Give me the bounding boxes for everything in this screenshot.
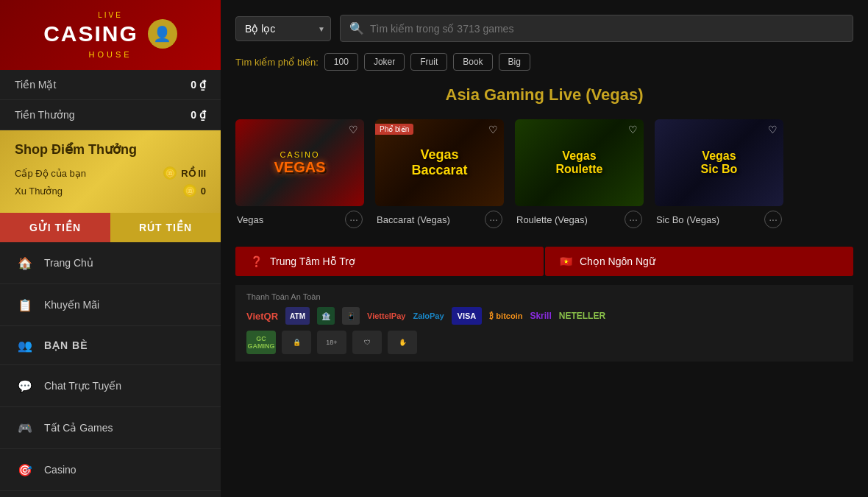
sicbo-name-row: Sic Bo (Vegas) ··· [655,211,783,228]
level-coin-icon: 🪙 [163,166,177,180]
tag-100[interactable]: 100 [324,53,358,71]
section-title: Asia Gaming Live (Vegas) [235,85,853,105]
game-card-sicbo[interactable]: VegasSic Bo ♡ Sic Bo (Vegas) ··· [655,119,783,228]
logo-area: LIVE CASING 👤 HOUSE [0,0,221,70]
rut-tien-button[interactable]: RÚT TIỀN [110,213,221,242]
logo-bank: 🏦 [317,307,335,325]
game-card-roulette[interactable]: VegasRoulette ♡ Roulette (Vegas) ··· [515,119,644,228]
support-button[interactable]: ❓ Trung Tâm Hỗ Trợ [235,247,544,276]
shop-level-value: 🪙 RỒ III [163,166,206,180]
favorite-roulette[interactable]: ♡ [628,124,638,135]
action-buttons: GỬI TIỀN RÚT TIỀN [0,213,221,242]
bonus-label: Tiền Thưởng [15,109,74,121]
shop-level-row: Cấp Độ của bạn 🪙 RỒ III [15,166,206,180]
nav-section-ban-be: 👥 BẠN BÈ [0,326,221,365]
language-label: Chọn Ngôn Ngữ [580,255,655,267]
support-icon: ❓ [250,255,263,267]
bonus-balance-row: Tiền Thưởng 0 ₫ [0,100,221,130]
gc-lock-badge: 🔒 [282,331,311,354]
game-card-baccarat[interactable]: Phổ biến VegasBaccarat ♡ Baccarat (Vegas… [375,119,504,228]
shop-points-label: Xu Thưởng [15,186,63,197]
search-input[interactable] [370,23,844,35]
bonus-value: 0 ₫ [191,109,206,121]
sidebar-item-khuyen-mai[interactable]: 📋 Khuyến Mãi [0,284,221,326]
nav-label-tat-ca-games: Tất Cả Games [44,422,113,434]
shop-points-value: 🪙 0 [183,184,206,197]
gc-badges: GCGAMING 🔒 18+ 🛡 ✋ [246,331,842,354]
logo-top: LIVE [43,11,177,19]
all-games-icon: 🎮 [15,417,35,438]
favorite-baccarat[interactable]: ♡ [488,124,498,135]
tag-book[interactable]: Book [453,53,492,71]
sicbo-name: Sic Bo (Vegas) [656,214,719,225]
sidebar-item-casino[interactable]: 🎯 Casino [0,449,221,491]
shop-level-label: Cấp Độ của bạn [15,168,86,179]
game-card-vegas[interactable]: CASINO VEGAS ♡ Vegas ··· [235,119,364,228]
logo-sms: 📱 [342,307,360,325]
sidebar-item-trang-chu[interactable]: 🏠 Trang Chủ [0,242,221,284]
gc-18plus-badge: 18+ [317,331,346,354]
support-label: Trung Tâm Hỗ Trợ [270,255,355,267]
chat-icon: 💬 [15,376,35,396]
payment-label: Thanh Toán An Toàn [246,292,842,301]
gui-tien-button[interactable]: GỬI TIỀN [0,213,110,242]
payment-section: Thanh Toán An Toàn VietQR ATM 🏦 📱 Viette… [235,285,853,362]
sidebar-item-tat-ca-games[interactable]: 🎮 Tất Cả Games [0,407,221,449]
logo-viettel: ViettelPay [367,307,405,325]
vegas-thumb-text: CASINO VEGAS [274,150,325,176]
popular-section: Tìm kiếm phổ biến: 100 Joker Fruit Book … [235,53,853,71]
sidebar-item-chat[interactable]: 💬 Chat Trực Tuyến [0,365,221,407]
favorite-sicbo[interactable]: ♡ [768,124,778,135]
search-icon: 🔍 [349,21,364,35]
nav-label-chat: Chat Trực Tuyến [44,380,121,392]
filter-bar: Bộ lọc 🔍 [235,15,853,42]
popular-label: Tìm kiếm phổ biến: [235,57,319,68]
logo-sub: HOUSE [43,50,177,59]
home-icon: 🏠 [15,253,35,273]
gc-shield-badge: 🛡 [352,331,382,354]
sidebar-item-game-bai[interactable]: 🃏 Game Bài [0,491,221,497]
nav-label-trang-chu: Trang Chủ [44,257,93,269]
favorite-vegas[interactable]: ♡ [349,124,358,135]
flag-icon: 🇻🇳 [560,255,572,267]
logo-bitcoin: ₿ bitcoin [489,307,522,325]
roulette-name: Roulette (Vegas) [516,214,588,225]
logo-atm: ATM [285,307,310,325]
logo-visa: VISA [452,307,483,325]
nav-label-khuyen-mai: Khuyến Mãi [44,299,99,311]
gc-hand-badge: ✋ [388,331,417,354]
nav-label-casino: Casino [44,464,77,476]
tag-big[interactable]: Big [499,53,530,71]
vegas-more-btn[interactable]: ··· [345,211,363,228]
roulette-name-row: Roulette (Vegas) ··· [515,211,644,228]
shop-title: Shop Điểm Thưởng [15,141,206,158]
shop-points-row: Xu Thưởng 🪙 0 [15,184,206,197]
game-thumb-roulette: VegasRoulette ♡ [515,119,644,206]
roulette-more-btn[interactable]: ··· [625,211,642,228]
game-thumb-baccarat: Phổ biến VegasBaccarat ♡ [375,119,504,206]
sidebar-item-ban-be[interactable]: 👥 BẠN BÈ [15,335,206,356]
sicbo-thumb-text: VegasSic Bo [701,149,738,176]
casino-icon: 🎯 [15,459,35,480]
baccarat-thumb-text: VegasBaccarat [411,147,467,178]
footer-bar: ❓ Trung Tâm Hỗ Trợ 🇻🇳 Chọn Ngôn Ngữ [235,247,853,276]
tag-fruit[interactable]: Fruit [410,53,447,71]
vegas-name-row: Vegas ··· [235,211,364,228]
filter-select[interactable]: Bộ lọc [235,16,331,41]
cash-value: 0 ₫ [191,79,206,91]
popular-badge-baccarat: Phổ biến [375,124,413,135]
points-coin-icon: 🪙 [183,184,196,197]
baccarat-name: Baccarat (Vegas) [377,214,450,225]
search-bar: 🔍 [340,15,853,42]
baccarat-name-row: Baccarat (Vegas) ··· [375,211,504,228]
baccarat-more-btn[interactable]: ··· [485,211,502,228]
gc-gaming-curacao-badge: GCGAMING [246,331,276,354]
roulette-thumb-text: VegasRoulette [556,149,603,176]
filter-select-wrapper: Bộ lọc [235,16,331,41]
tag-joker[interactable]: Joker [364,53,405,71]
sicbo-more-btn[interactable]: ··· [764,211,782,228]
logo-zalopay: ZaloPay [413,307,444,325]
games-grid: CASINO VEGAS ♡ Vegas ··· Phổ biến VegasB… [235,119,853,228]
cash-label: Tiền Mặt [15,79,56,91]
language-button[interactable]: 🇻🇳 Chọn Ngôn Ngữ [545,247,853,276]
